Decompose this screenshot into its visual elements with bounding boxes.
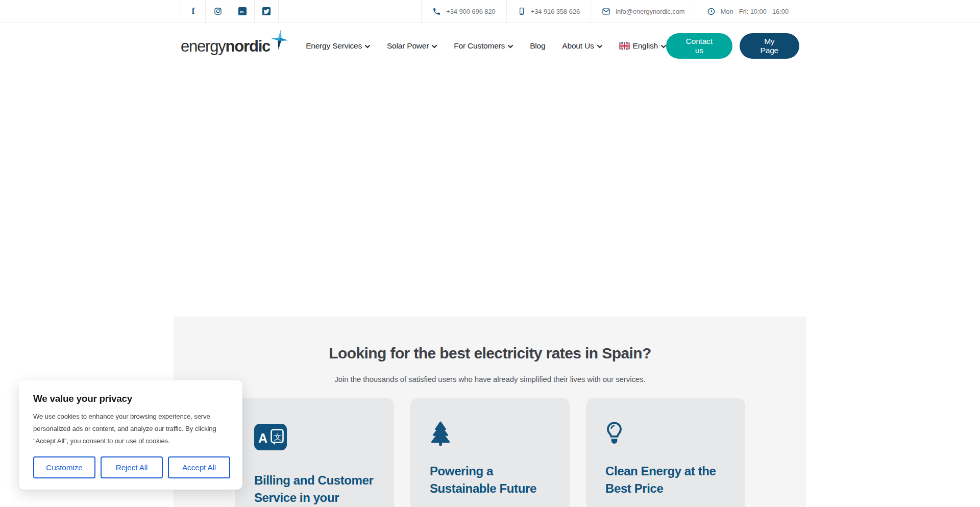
svg-text:文: 文	[274, 432, 282, 442]
instagram-icon[interactable]	[205, 0, 230, 22]
lightbulb-icon	[605, 421, 623, 447]
chevron-down-icon	[365, 45, 370, 49]
svg-text:in: in	[240, 10, 243, 14]
logo-text-energy: energy	[181, 37, 226, 55]
card-title: Clean Energy at the Best Price	[605, 463, 726, 497]
hours-text: Mon - Fri: 10:00 - 16:00	[721, 8, 789, 15]
card-billing[interactable]: A 文 Billing and Customer Service in your	[235, 398, 394, 507]
nav-item-blog[interactable]: Blog	[530, 41, 545, 51]
nav-item-about-us[interactable]: About Us	[562, 41, 602, 51]
logo-star-icon	[271, 29, 288, 50]
card-title: Billing and Customer Service in your	[254, 472, 375, 506]
rates-section: Looking for the best electricity rates i…	[174, 317, 806, 507]
social-links: f in	[181, 0, 279, 22]
energynordic-logo[interactable]: energynordic	[181, 38, 288, 54]
cookie-body-text: We use cookies to enhance your browsing …	[33, 411, 230, 447]
mobile-phone-icon	[518, 7, 526, 15]
twitter-icon[interactable]	[254, 0, 279, 22]
empty-content-area	[0, 69, 980, 317]
clock-icon	[707, 7, 716, 16]
section-heading: Looking for the best electricity rates i…	[316, 345, 664, 361]
language-label: English	[633, 41, 658, 51]
top-bar: f in	[0, 0, 980, 23]
nav-item-for-customers[interactable]: For Customers	[454, 41, 513, 51]
chevron-down-icon	[508, 45, 513, 49]
section-subheading: Join the thousands of satisfied users wh…	[174, 375, 806, 383]
my-page-button[interactable]: My Page	[740, 33, 799, 59]
topbar-contact-info: +34 900 696 820 +34 916 358 626 info@ene…	[421, 0, 799, 22]
customize-button[interactable]: Customize	[33, 456, 95, 478]
accept-all-button[interactable]: Accept All	[168, 456, 230, 478]
card-title: Powering a Sustainable Future	[430, 463, 550, 497]
chevron-down-icon	[597, 45, 602, 49]
phone-mobile-text: +34 916 358 626	[531, 8, 580, 15]
main-nav: Energy Services Solar Power For Customer…	[306, 41, 666, 51]
phone-landline-text: +34 900 696 820	[446, 8, 495, 15]
translate-icon: A 文	[254, 424, 287, 450]
uk-flag-icon	[619, 42, 630, 50]
chevron-down-icon	[661, 45, 666, 49]
chevron-down-icon	[432, 45, 437, 49]
cookie-consent-dialog: We value your privacy We use cookies to …	[19, 380, 242, 490]
email-text: info@energynordic.com	[616, 8, 684, 15]
facebook-icon[interactable]: f	[181, 0, 205, 22]
pine-tree-icon	[430, 421, 451, 447]
main-header: energynordic Energy Services Solar Power	[0, 23, 980, 69]
card-clean-energy[interactable]: Clean Energy at the Best Price	[586, 398, 745, 507]
nav-item-energy-services[interactable]: Energy Services	[306, 41, 370, 51]
hours-item: Mon - Fri: 10:00 - 16:00	[696, 0, 799, 22]
linkedin-icon[interactable]: in	[230, 0, 254, 22]
logo-text-nordic: nordic	[226, 37, 271, 55]
reject-all-button[interactable]: Reject All	[101, 456, 163, 478]
phone-icon	[432, 7, 441, 16]
contact-us-button[interactable]: Contact us	[666, 33, 732, 59]
card-sustainable[interactable]: Powering a Sustainable Future	[410, 398, 570, 507]
cookie-title: We value your privacy	[33, 393, 230, 404]
nav-item-solar-power[interactable]: Solar Power	[387, 41, 437, 51]
email-item[interactable]: info@energynordic.com	[591, 0, 695, 22]
feature-cards: A 文 Billing and Customer Service in your…	[235, 398, 745, 507]
svg-text:A: A	[258, 431, 267, 445]
nav-item-language[interactable]: English	[619, 41, 666, 51]
phone-item[interactable]: +34 900 696 820	[421, 0, 506, 22]
envelope-icon	[602, 7, 610, 16]
mobile-item[interactable]: +34 916 358 626	[506, 0, 591, 22]
